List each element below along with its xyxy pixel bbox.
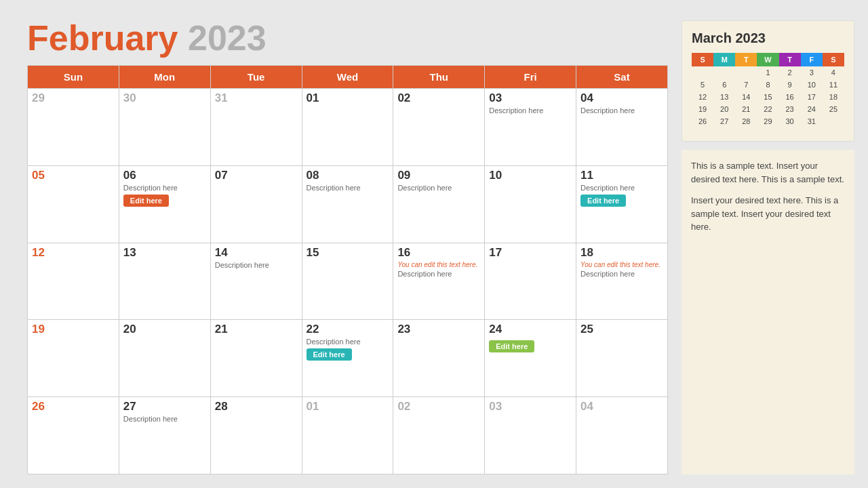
mini-cal-table: S M T W T F S 12345678910111213141516171… bbox=[692, 53, 844, 131]
day-number: 05 bbox=[32, 169, 115, 182]
mini-cal-cell: 5 bbox=[692, 79, 713, 91]
calendar-cell: 06Description hereEdit here bbox=[119, 165, 210, 243]
mini-col-t2: T bbox=[779, 53, 801, 66]
mini-cal-cell: 16 bbox=[779, 91, 801, 103]
mini-cal-cell bbox=[713, 66, 735, 79]
mini-cal-cell bbox=[735, 66, 757, 79]
day-number: 02 bbox=[397, 92, 480, 105]
day-number: 03 bbox=[489, 400, 572, 413]
day-number: 18 bbox=[580, 246, 663, 260]
mini-cal-cell: 11 bbox=[823, 79, 844, 91]
you-can-edit-text: You can edit this text here. bbox=[580, 261, 663, 268]
mini-cal-cell: 31 bbox=[801, 115, 823, 127]
day-number: 31 bbox=[215, 92, 298, 105]
edit-button[interactable]: Edit here bbox=[489, 340, 534, 352]
mini-cal-cell: 19 bbox=[692, 103, 713, 115]
mini-cal-cell: 27 bbox=[713, 115, 735, 127]
mini-cal-cell: 8 bbox=[757, 79, 778, 91]
calendar-cell: 09Description here bbox=[393, 165, 485, 243]
day-number: 11 bbox=[580, 169, 663, 182]
calendar-row: 2627Description here2801020304 bbox=[28, 397, 668, 474]
mini-cal-cell: 2 bbox=[779, 66, 801, 79]
calendar-header-row: SunMonTueWedThuFriSat bbox=[28, 66, 668, 89]
calendar-cell: 31 bbox=[210, 89, 302, 166]
day-number: 26 bbox=[32, 400, 115, 413]
calendar-cell: 12 bbox=[28, 243, 119, 320]
day-number: 17 bbox=[489, 246, 572, 260]
day-number: 28 bbox=[215, 400, 298, 413]
day-number: 13 bbox=[123, 246, 206, 260]
day-number: 29 bbox=[32, 92, 115, 105]
mini-cal-cell: 23 bbox=[779, 103, 801, 115]
edit-button[interactable]: Edit here bbox=[307, 348, 352, 361]
calendar-cell: 02 bbox=[393, 89, 485, 166]
calendar-cell: 16You can edit this text here.Descriptio… bbox=[393, 243, 485, 320]
calendar-cell: 29 bbox=[28, 89, 119, 166]
calendar-cell: 21 bbox=[210, 320, 302, 397]
calendar-cell: 20 bbox=[119, 320, 210, 397]
you-can-edit-text: You can edit this text here. bbox=[397, 261, 480, 268]
col-header-sun: Sun bbox=[28, 66, 119, 89]
description-text: Description here bbox=[397, 270, 480, 278]
col-header-thu: Thu bbox=[393, 66, 485, 89]
day-number: 10 bbox=[489, 169, 572, 182]
day-number: 14 bbox=[215, 246, 298, 260]
col-header-tue: Tue bbox=[210, 66, 302, 89]
calendar-cell: 08Description here bbox=[302, 165, 393, 243]
sidebar-text-2: Insert your desired text here. This is a… bbox=[691, 194, 845, 234]
mini-cal-cell bbox=[823, 115, 844, 127]
col-header-wed: Wed bbox=[302, 66, 393, 89]
mini-cal-cell bbox=[692, 66, 713, 79]
mini-cal-cell: 12 bbox=[692, 91, 713, 103]
calendar-cell: 03Description here bbox=[485, 89, 576, 166]
description-text: Description here bbox=[307, 338, 389, 346]
calendar-cell: 30 bbox=[119, 89, 210, 166]
edit-button[interactable]: Edit here bbox=[580, 195, 626, 207]
mini-cal-row bbox=[692, 127, 844, 131]
description-text: Description here bbox=[215, 261, 298, 269]
calendar-cell: 26 bbox=[28, 397, 119, 474]
calendar-cell: 02 bbox=[393, 397, 485, 474]
mini-cal-cell: 30 bbox=[779, 115, 801, 127]
day-number: 02 bbox=[397, 400, 480, 413]
calendar-cell: 10 bbox=[485, 165, 576, 243]
mini-col-w: W bbox=[757, 53, 778, 66]
day-number: 12 bbox=[32, 246, 115, 260]
mini-cal-cell: 22 bbox=[757, 103, 778, 115]
calendar-cell: 03 bbox=[485, 397, 576, 474]
description-text: Description here bbox=[123, 184, 206, 192]
mini-cal-cell bbox=[801, 127, 823, 131]
calendar-row: 293031010203Description here04Descriptio… bbox=[28, 89, 668, 166]
mini-cal-row: 12131415161718 bbox=[692, 91, 844, 103]
description-text: Description here bbox=[307, 184, 389, 192]
mini-col-t1: T bbox=[735, 53, 757, 66]
day-number: 09 bbox=[397, 169, 480, 182]
mini-cal-row: 567891011 bbox=[692, 79, 844, 91]
mini-col-m: M bbox=[713, 53, 735, 66]
mini-cal-cell bbox=[713, 127, 735, 131]
mini-cal-cell: 15 bbox=[757, 91, 778, 103]
mini-cal-title: March 2023 bbox=[692, 30, 844, 46]
mini-cal-cell bbox=[692, 127, 713, 131]
mini-cal-cell bbox=[735, 127, 757, 131]
calendar-cell: 01 bbox=[302, 397, 393, 474]
day-number: 04 bbox=[580, 400, 663, 413]
calendar-cell: 25 bbox=[576, 320, 668, 397]
mini-cal-cell: 28 bbox=[735, 115, 757, 127]
calendar-cell: 27Description here bbox=[119, 397, 210, 474]
calendar-row: 0506Description hereEdit here0708Descrip… bbox=[28, 165, 668, 243]
edit-button[interactable]: Edit here bbox=[123, 195, 169, 207]
mini-cal-cell: 17 bbox=[801, 91, 823, 103]
day-number: 01 bbox=[307, 92, 389, 105]
mini-cal-cell: 26 bbox=[692, 115, 713, 127]
day-number: 25 bbox=[580, 323, 663, 336]
main-section: February 2023 SunMonTueWedThuFriSat 2930… bbox=[27, 20, 668, 474]
main-title: February 2023 bbox=[27, 20, 668, 56]
calendar-cell: 22Description hereEdit here bbox=[302, 320, 393, 397]
title-month: February bbox=[27, 18, 178, 58]
day-number: 07 bbox=[215, 169, 298, 182]
mini-cal-cell: 9 bbox=[779, 79, 801, 91]
mini-cal-cell: 7 bbox=[735, 79, 757, 91]
day-number: 30 bbox=[123, 92, 206, 105]
day-number: 19 bbox=[32, 323, 115, 336]
